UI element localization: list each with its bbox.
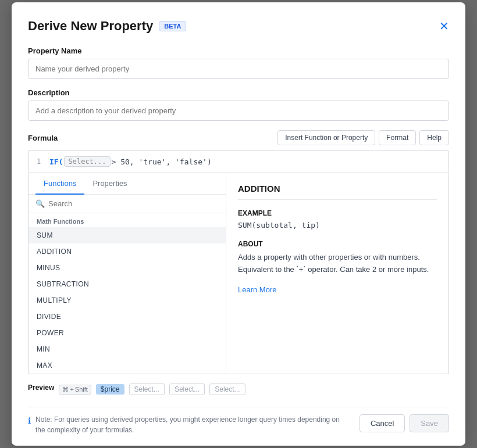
shift-label: Shift [75, 386, 88, 393]
property-name-field: Property Name [28, 46, 449, 88]
cmd-symbol: ⌘ [62, 386, 69, 393]
format-button[interactable]: Format [379, 130, 416, 145]
save-button[interactable]: Save [410, 414, 449, 432]
list-item[interactable]: SUM [29, 227, 226, 243]
cancel-button[interactable]: Cancel [359, 414, 405, 432]
formula-actions: Insert Function or Property Format Help [277, 130, 449, 145]
example-code: SUM(subtotal, tip) [238, 221, 437, 230]
line-number: 1 [37, 157, 45, 166]
preview-section: Preview ⌘ + Shift $price Select... Selec… [28, 380, 449, 404]
info-icon: ℹ [28, 415, 31, 427]
derive-property-modal: Derive New Property BETA ✕ Property Name… [12, 2, 465, 446]
formula-header: Formula Insert Function or Property Form… [28, 130, 449, 145]
about-text: Adds a property with other properties or… [238, 252, 437, 276]
footer-note: ℹ Note: For queries using derived proper… [28, 414, 350, 435]
modal-header: Derive New Property BETA ✕ [28, 19, 449, 34]
description-input[interactable] [28, 101, 449, 121]
list-item[interactable]: MAX [29, 357, 226, 374]
formula-section: Formula Insert Function or Property Form… [28, 130, 449, 404]
detail-divider [238, 199, 437, 200]
about-label: ABOUT [238, 240, 437, 248]
learn-more-link[interactable]: Learn More [238, 285, 276, 294]
formula-editor: 1 IF( Select... > 50, 'true', 'false') [28, 150, 449, 173]
preview-select-1[interactable]: Select... [129, 384, 165, 395]
preview-select-3[interactable]: Select... [209, 384, 245, 395]
preview-select-2[interactable]: Select... [169, 384, 205, 395]
detail-function-name: ADDITION [238, 184, 437, 193]
insert-function-button[interactable]: Insert Function or Property [277, 130, 375, 145]
function-dropdown-panel: Functions Properties 🔍 Math Functions SU… [28, 173, 449, 374]
formula-suffix: > 50, 'true', 'false') [112, 157, 212, 166]
tab-properties[interactable]: Properties [84, 173, 135, 195]
search-icon: 🔍 [35, 199, 45, 208]
property-name-input[interactable] [28, 59, 449, 79]
modal-footer: ℹ Note: For queries using derived proper… [28, 407, 449, 446]
list-item[interactable]: SUBTRACTION [29, 276, 226, 292]
beta-badge: BETA [159, 21, 186, 31]
keyboard-shortcut: ⌘ + Shift [59, 385, 91, 395]
title-group: Derive New Property BETA [28, 19, 186, 34]
description-label: Description [28, 88, 449, 97]
list-item[interactable]: POWER [29, 325, 226, 341]
list-item[interactable]: MIN [29, 341, 226, 357]
footer-note-text: Note: For queries using derived properti… [35, 414, 350, 435]
detail-panel: ADDITION EXAMPLE SUM(subtotal, tip) ABOU… [226, 173, 448, 374]
formula-code: IF( Select... > 50, 'true', 'false') [49, 156, 212, 167]
plus-symbol: + [70, 386, 73, 393]
list-item[interactable]: ADDITION [29, 243, 226, 260]
modal-title: Derive New Property [28, 19, 153, 34]
function-list: Math Functions SUM ADDITION MINUS SUBTRA… [29, 213, 226, 374]
close-button[interactable]: ✕ [439, 20, 449, 32]
footer-buttons: Cancel Save [359, 414, 449, 432]
left-panel: Functions Properties 🔍 Math Functions SU… [29, 173, 226, 374]
list-item[interactable]: DIVIDE [29, 309, 226, 325]
list-item[interactable]: MULTIPLY [29, 292, 226, 309]
formula-if-keyword: IF( [49, 157, 63, 166]
price-pill: $price [96, 384, 124, 395]
property-name-label: Property Name [28, 46, 449, 55]
search-box: 🔍 [29, 195, 226, 213]
list-item[interactable]: MINUS [29, 260, 226, 276]
search-input[interactable] [48, 199, 219, 208]
formula-select[interactable]: Select... [64, 156, 110, 167]
tab-functions[interactable]: Functions [35, 173, 84, 195]
preview-label: Preview [28, 384, 54, 392]
formula-label: Formula [28, 134, 58, 142]
panel-tabs: Functions Properties [29, 173, 226, 195]
math-functions-category: Math Functions [29, 213, 226, 227]
help-button[interactable]: Help [419, 130, 449, 145]
description-field: Description [28, 88, 449, 130]
example-label: EXAMPLE [238, 209, 437, 217]
